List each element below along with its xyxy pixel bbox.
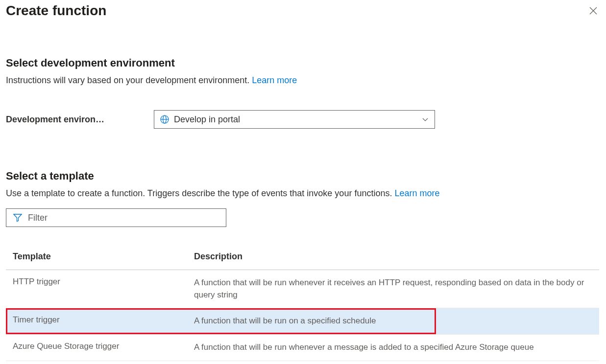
template-table[interactable]: Template Description HTTP triggerA funct… — [6, 244, 600, 364]
filter-box[interactable] — [6, 208, 226, 227]
globe-icon — [160, 115, 169, 124]
row-template-name: Azure Queue Storage trigger — [13, 341, 194, 354]
env-heading: Select development environment — [6, 57, 600, 69]
template-description-text: Use a template to create a function. Tri… — [6, 188, 392, 198]
col-header-description: Description — [194, 251, 592, 262]
row-template-desc: A function that will be run whenever it … — [194, 277, 592, 301]
template-learn-more-link[interactable]: Learn more — [394, 188, 439, 198]
env-field-row: Development environ… Develop in portal — [6, 110, 600, 129]
env-learn-more-link[interactable]: Learn more — [252, 75, 297, 85]
template-table-area: Template Description HTTP triggerA funct… — [6, 244, 600, 364]
template-description: Use a template to create a function. Tri… — [6, 188, 600, 199]
chevron-down-icon — [422, 116, 429, 123]
row-template-name: HTTP trigger — [13, 277, 194, 301]
close-icon — [589, 7, 597, 15]
table-header-row: Template Description — [6, 244, 599, 270]
filter-input[interactable] — [28, 213, 219, 223]
col-header-template: Template — [13, 251, 194, 262]
template-heading: Select a template — [6, 170, 600, 182]
page-title: Create function — [6, 3, 106, 19]
env-dropdown-value: Develop in portal — [174, 114, 240, 125]
env-dropdown[interactable]: Develop in portal — [154, 110, 435, 129]
panel-header: Create function — [6, 3, 600, 19]
dropdown-value-wrap: Develop in portal — [160, 114, 240, 125]
table-row[interactable]: Azure Queue Storage triggerA function th… — [6, 335, 599, 361]
env-description-text: Instructions will vary based on your dev… — [6, 75, 249, 85]
env-description: Instructions will vary based on your dev… — [6, 75, 600, 86]
filter-icon — [13, 213, 22, 222]
close-button[interactable] — [586, 4, 600, 18]
svg-marker-5 — [14, 214, 22, 222]
row-template-name: Timer trigger — [13, 315, 194, 327]
env-label: Development environ… — [6, 114, 154, 125]
row-template-desc: A function that will be run on a specifi… — [194, 315, 592, 327]
row-template-desc: A function that will be run whenever a m… — [194, 341, 592, 354]
table-row[interactable]: Timer triggerA function that will be run… — [6, 308, 599, 335]
create-function-panel: Create function Select development envir… — [0, 0, 606, 364]
table-row[interactable]: HTTP triggerA function that will be run … — [6, 270, 599, 308]
